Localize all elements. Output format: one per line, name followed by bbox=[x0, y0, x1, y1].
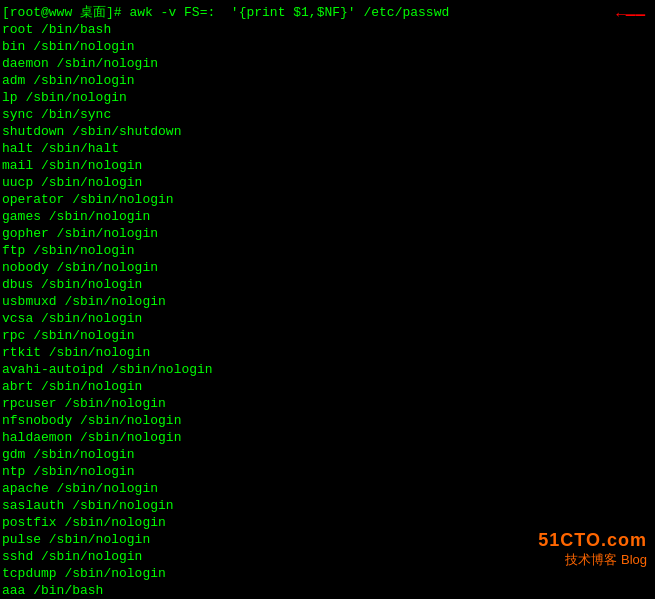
output-line: postfix /sbin/nologin bbox=[2, 514, 653, 531]
output-line: dbus /sbin/nologin bbox=[2, 276, 653, 293]
output-line: apache /sbin/nologin bbox=[2, 480, 653, 497]
output-line: vcsa /sbin/nologin bbox=[2, 310, 653, 327]
watermark-sub: 技术博客 Blog bbox=[538, 551, 647, 569]
output-line: saslauth /sbin/nologin bbox=[2, 497, 653, 514]
output-lines: root /bin/bashbin /sbin/nologindaemon /s… bbox=[2, 21, 653, 599]
output-line: usbmuxd /sbin/nologin bbox=[2, 293, 653, 310]
output-line: lp /sbin/nologin bbox=[2, 89, 653, 106]
output-line: games /sbin/nologin bbox=[2, 208, 653, 225]
watermark: 51CTO.com 技术博客 Blog bbox=[538, 530, 647, 569]
output-line: bin /sbin/nologin bbox=[2, 38, 653, 55]
output-line: daemon /sbin/nologin bbox=[2, 55, 653, 72]
output-line: nfsnobody /sbin/nologin bbox=[2, 412, 653, 429]
output-line: ntp /sbin/nologin bbox=[2, 463, 653, 480]
terminal-window: [root@www 桌面]# awk -v FS=: '{print $1,$N… bbox=[0, 0, 655, 599]
output-line: gdm /sbin/nologin bbox=[2, 446, 653, 463]
arrow-indicator: ←—— bbox=[616, 6, 645, 24]
output-line: nobody /sbin/nologin bbox=[2, 259, 653, 276]
output-line: ftp /sbin/nologin bbox=[2, 242, 653, 259]
output-line: sync /bin/sync bbox=[2, 106, 653, 123]
output-line: operator /sbin/nologin bbox=[2, 191, 653, 208]
output-line: uucp /sbin/nologin bbox=[2, 174, 653, 191]
output-line: rtkit /sbin/nologin bbox=[2, 344, 653, 361]
output-line: shutdown /sbin/shutdown bbox=[2, 123, 653, 140]
command-prompt: [root@www 桌面]# awk -v FS=: '{print $1,$N… bbox=[2, 4, 653, 21]
output-line: root /bin/bash bbox=[2, 21, 653, 38]
output-line: adm /sbin/nologin bbox=[2, 72, 653, 89]
output-line: haldaemon /sbin/nologin bbox=[2, 429, 653, 446]
output-line: avahi-autoipd /sbin/nologin bbox=[2, 361, 653, 378]
output-line: rpc /sbin/nologin bbox=[2, 327, 653, 344]
output-line: mail /sbin/nologin bbox=[2, 157, 653, 174]
output-line: aaa /bin/bash bbox=[2, 582, 653, 599]
output-line: halt /sbin/halt bbox=[2, 140, 653, 157]
output-line: gopher /sbin/nologin bbox=[2, 225, 653, 242]
output-line: rpcuser /sbin/nologin bbox=[2, 395, 653, 412]
output-line: abrt /sbin/nologin bbox=[2, 378, 653, 395]
watermark-site: 51CTO.com bbox=[538, 530, 647, 551]
